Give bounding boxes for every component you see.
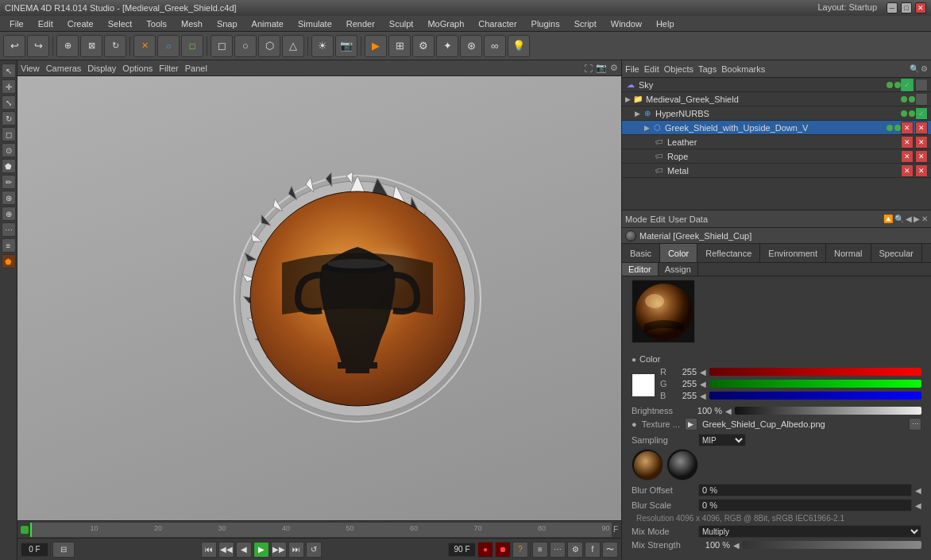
- g-arrow[interactable]: ◀: [700, 380, 706, 388]
- close-button[interactable]: ✕: [915, 2, 926, 14]
- brightness-slider[interactable]: [735, 407, 921, 415]
- end-frame-input[interactable]: [448, 543, 476, 557]
- mat-userdata-menu[interactable]: User Data: [669, 214, 709, 224]
- nurbs-expand[interactable]: ▶: [635, 110, 640, 118]
- pb-goto-start[interactable]: ⏮: [201, 542, 217, 558]
- menu-simulate[interactable]: Simulate: [292, 17, 338, 30]
- menu-render[interactable]: Render: [340, 17, 381, 30]
- b-arrow[interactable]: ◀: [700, 392, 706, 400]
- mat-mode-menu[interactable]: Mode: [625, 214, 647, 224]
- nurbs-dot1[interactable]: [901, 110, 907, 117]
- blur-offset-arrow[interactable]: ◀: [915, 486, 921, 495]
- vp-panel-menu[interactable]: Panel: [185, 64, 207, 73]
- vp-cameras-menu[interactable]: Cameras: [46, 64, 82, 73]
- mix-mode-select[interactable]: Multiply Normal Add: [698, 525, 921, 538]
- pb-play-fast[interactable]: ▶▶: [271, 542, 287, 558]
- menu-mesh[interactable]: Mesh: [175, 17, 209, 30]
- tool-mat[interactable]: ⬟: [2, 254, 16, 268]
- pb-settings[interactable]: ⚙: [567, 542, 583, 558]
- blur-offset-input[interactable]: [698, 484, 912, 496]
- tab-assign[interactable]: Assign: [659, 263, 698, 276]
- toolbar-lamp[interactable]: 💡: [508, 35, 530, 57]
- tool-box[interactable]: ◻: [2, 127, 16, 141]
- mesh-check1[interactable]: ✕: [901, 122, 914, 134]
- pb-motion-path[interactable]: ⋯: [550, 542, 566, 558]
- blur-scale-input[interactable]: [698, 499, 912, 512]
- toolbar-edges[interactable]: ○: [157, 35, 180, 57]
- vp-camera-icon[interactable]: 📷: [596, 63, 607, 73]
- menu-edit[interactable]: Edit: [32, 17, 60, 30]
- toolbar-camera[interactable]: 📷: [335, 35, 357, 57]
- toolbar-infinity[interactable]: ∞: [484, 35, 506, 57]
- toolbar-undo[interactable]: ↩: [3, 35, 25, 57]
- pb-play-forward[interactable]: ▶: [253, 542, 269, 558]
- toolbar-cylinder[interactable]: ⬡: [258, 35, 280, 57]
- objmgr-file-menu[interactable]: File: [625, 64, 639, 74]
- pb-record-preview[interactable]: ?: [512, 542, 528, 558]
- mix-strength-arrow[interactable]: ◀: [733, 541, 740, 550]
- obj-row-metal[interactable]: 🏷 Metal ✕ ✕: [622, 164, 931, 178]
- menu-select[interactable]: Select: [102, 17, 139, 30]
- mesh-dot2[interactable]: [894, 125, 901, 131]
- sky-dot2[interactable]: [894, 82, 901, 88]
- menu-help[interactable]: Help: [650, 17, 681, 30]
- mat-icon3[interactable]: ◀: [906, 214, 912, 223]
- nurbs-check1[interactable]: ✓: [915, 107, 928, 120]
- tool-polygon[interactable]: ⬟: [2, 159, 16, 173]
- tab-normal[interactable]: Normal: [826, 244, 871, 262]
- toolbar-cube[interactable]: ◻: [211, 35, 233, 57]
- toolbar-render-settings[interactable]: ⚙: [412, 35, 435, 57]
- mesh-check2[interactable]: ✕: [915, 122, 928, 134]
- obj-row-rope[interactable]: 🏷 Rope ✕ ✕: [622, 149, 931, 164]
- mesh-dot1[interactable]: [887, 125, 893, 131]
- tab-color[interactable]: Color: [660, 244, 697, 262]
- menu-mograph[interactable]: MoGraph: [421, 17, 470, 30]
- brightness-arrow[interactable]: ◀: [725, 407, 732, 415]
- vp-view-menu[interactable]: View: [21, 64, 40, 73]
- obj-row-sky[interactable]: ☁ Sky ✓: [622, 78, 931, 92]
- pb-goto-end[interactable]: ⏭: [288, 542, 304, 558]
- mix-strength-slider[interactable]: [743, 541, 921, 549]
- metal-check2[interactable]: ✕: [915, 164, 928, 177]
- pb-layer[interactable]: ≡: [532, 542, 548, 558]
- timeline-ruler[interactable]: 0 10 20 30 40 50 60 70 80 90: [30, 523, 612, 537]
- toolbar-light[interactable]: ☀: [311, 35, 334, 57]
- menu-character[interactable]: Character: [472, 17, 523, 30]
- mat-edit-menu[interactable]: Edit: [651, 214, 666, 224]
- toolbar-world-axis[interactable]: ⊛: [460, 35, 482, 57]
- toolbar-points[interactable]: ✕: [133, 35, 156, 57]
- shield-dot2[interactable]: [909, 96, 915, 102]
- toolbar-scale[interactable]: ⊠: [80, 35, 102, 57]
- mat-icon2[interactable]: 🔍: [894, 214, 904, 223]
- mesh-expand[interactable]: ▶: [644, 124, 650, 132]
- r-arrow[interactable]: ◀: [700, 368, 706, 377]
- objmgr-bookmarks-menu[interactable]: Bookmarks: [721, 64, 765, 74]
- toolbar-snap-enable[interactable]: ✦: [436, 35, 458, 57]
- menu-tools[interactable]: Tools: [140, 17, 173, 30]
- objmgr-edit-menu[interactable]: Edit: [644, 64, 659, 74]
- tool-lasso[interactable]: ⊙: [2, 143, 16, 157]
- tab-basic[interactable]: Basic: [622, 244, 660, 262]
- tab-reflectance[interactable]: Reflectance: [697, 244, 760, 262]
- toolbar-sphere[interactable]: ○: [234, 35, 257, 57]
- texture-clear-btn[interactable]: ⋯: [909, 418, 921, 431]
- mat-icon4[interactable]: ▶: [914, 214, 920, 223]
- shield-check[interactable]: [915, 93, 928, 106]
- pb-record[interactable]: ●: [477, 542, 493, 558]
- nurbs-dot2[interactable]: [909, 110, 915, 117]
- playhead[interactable]: [30, 523, 32, 537]
- pb-prev-frame[interactable]: ◀◀: [218, 542, 234, 558]
- tool-layer[interactable]: ≡: [2, 238, 16, 253]
- pb-range-btn[interactable]: ⊟: [52, 542, 75, 558]
- sky-dot1[interactable]: [887, 82, 893, 88]
- current-frame-input[interactable]: [21, 543, 48, 557]
- vp-display-menu[interactable]: Display: [87, 64, 116, 73]
- maximize-button[interactable]: □: [901, 2, 912, 14]
- toolbar-rotate[interactable]: ↻: [104, 35, 126, 57]
- g-track[interactable]: [709, 380, 921, 388]
- menu-file[interactable]: File: [3, 17, 30, 30]
- texture-add-btn[interactable]: ▶: [685, 418, 697, 431]
- menu-window[interactable]: Window: [605, 17, 648, 30]
- vp-maximize-icon[interactable]: ⛶: [584, 64, 593, 73]
- toolbar-redo[interactable]: ↪: [27, 35, 49, 57]
